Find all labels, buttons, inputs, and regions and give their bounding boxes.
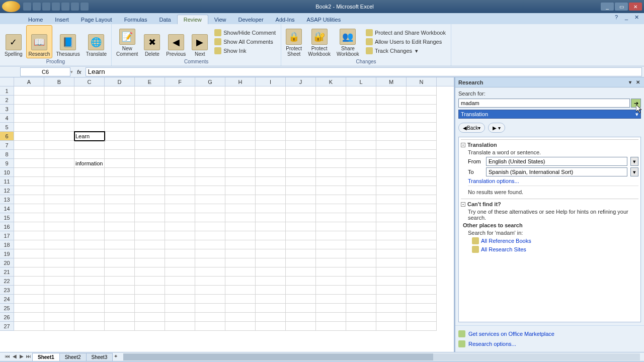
- cell-D24[interactable]: [105, 295, 135, 304]
- office-button[interactable]: [2, 1, 20, 12]
- cell-K9[interactable]: [316, 159, 346, 168]
- cell-G25[interactable]: [195, 304, 225, 313]
- ribbon-minimize-icon[interactable]: _: [623, 14, 630, 21]
- cell-C20[interactable]: [74, 258, 105, 267]
- cell-C19[interactable]: [74, 249, 105, 258]
- cell-A17[interactable]: [14, 231, 44, 240]
- cell-N5[interactable]: [407, 123, 437, 132]
- cell-L23[interactable]: [346, 286, 376, 295]
- cell-B12[interactable]: [44, 186, 74, 195]
- cell-C18[interactable]: [74, 240, 105, 249]
- cell-B21[interactable]: [44, 267, 74, 277]
- cell-A12[interactable]: [14, 186, 44, 195]
- cell-E2[interactable]: [135, 96, 165, 105]
- cell-H9[interactable]: [225, 159, 256, 168]
- col-header-E[interactable]: E: [135, 77, 165, 86]
- cell-I11[interactable]: [256, 177, 286, 186]
- collapse-icon-2[interactable]: -: [461, 202, 465, 207]
- cell-K11[interactable]: [316, 177, 346, 186]
- cell-K17[interactable]: [316, 231, 346, 240]
- cell-K1[interactable]: [316, 86, 346, 96]
- cell-J25[interactable]: [286, 304, 316, 313]
- cell-L25[interactable]: [346, 304, 376, 313]
- cell-D17[interactable]: [105, 231, 135, 240]
- cell-C2[interactable]: [74, 96, 105, 105]
- cell-A25[interactable]: [14, 304, 44, 313]
- cell-K26[interactable]: [316, 313, 346, 322]
- cell-K19[interactable]: [316, 249, 346, 258]
- cell-G15[interactable]: [195, 213, 225, 222]
- cell-A26[interactable]: [14, 313, 44, 322]
- cell-H16[interactable]: [225, 222, 256, 231]
- cell-C4[interactable]: [74, 114, 105, 123]
- cell-H19[interactable]: [225, 249, 256, 258]
- col-header-J[interactable]: J: [286, 77, 316, 86]
- cell-I15[interactable]: [256, 213, 286, 222]
- cell-F14[interactable]: [165, 204, 195, 213]
- cell-I16[interactable]: [256, 222, 286, 231]
- cell-J10[interactable]: [286, 168, 316, 177]
- cell-A3[interactable]: [14, 105, 44, 114]
- close-button[interactable]: ✕: [629, 3, 642, 11]
- cell-K8[interactable]: [316, 150, 346, 159]
- cell-E11[interactable]: [135, 177, 165, 186]
- cell-D5[interactable]: [105, 123, 135, 132]
- cell-F2[interactable]: [165, 96, 195, 105]
- cell-A10[interactable]: [14, 168, 44, 177]
- cell-I25[interactable]: [256, 304, 286, 313]
- cell-I5[interactable]: [256, 123, 286, 132]
- cell-H1[interactable]: [225, 86, 256, 96]
- select-all-corner[interactable]: [0, 77, 14, 86]
- qat-new-icon[interactable]: [52, 3, 60, 11]
- cell-J1[interactable]: [286, 86, 316, 96]
- cell-M27[interactable]: [376, 322, 407, 331]
- cell-K3[interactable]: [316, 105, 346, 114]
- cell-E4[interactable]: [135, 114, 165, 123]
- row-header-3[interactable]: 3: [0, 105, 14, 114]
- cell-E19[interactable]: [135, 249, 165, 258]
- qat-preview-icon[interactable]: [80, 3, 89, 11]
- row-header-11[interactable]: 11: [0, 177, 14, 186]
- cell-D8[interactable]: [105, 150, 135, 159]
- pane-menu-icon[interactable]: ▾: [627, 79, 633, 85]
- cell-L17[interactable]: [346, 231, 376, 240]
- help-icon[interactable]: ?: [613, 14, 620, 21]
- cell-A9[interactable]: [14, 159, 44, 168]
- cell-K23[interactable]: [316, 286, 346, 295]
- cell-L24[interactable]: [346, 295, 376, 304]
- cell-M20[interactable]: [376, 258, 407, 267]
- cell-C1[interactable]: [74, 86, 105, 96]
- cell-N9[interactable]: [407, 159, 437, 168]
- cell-F16[interactable]: [165, 222, 195, 231]
- search-input[interactable]: [458, 99, 630, 108]
- cell-C3[interactable]: [74, 105, 105, 114]
- cell-A7[interactable]: [14, 141, 44, 150]
- cell-M21[interactable]: [376, 267, 407, 277]
- cell-J6[interactable]: [286, 132, 316, 141]
- cell-I8[interactable]: [256, 150, 286, 159]
- cell-C6[interactable]: Learn: [74, 132, 105, 141]
- cell-L11[interactable]: [346, 177, 376, 186]
- row-header-21[interactable]: 21: [0, 267, 14, 277]
- cell-H3[interactable]: [225, 105, 256, 114]
- cell-E8[interactable]: [135, 150, 165, 159]
- cell-J19[interactable]: [286, 249, 316, 258]
- cell-I17[interactable]: [256, 231, 286, 240]
- cell-H6[interactable]: [225, 132, 256, 141]
- cell-I10[interactable]: [256, 168, 286, 177]
- cell-G18[interactable]: [195, 240, 225, 249]
- cell-F18[interactable]: [165, 240, 195, 249]
- cell-L26[interactable]: [346, 313, 376, 322]
- cell-B3[interactable]: [44, 105, 74, 114]
- cell-H24[interactable]: [225, 295, 256, 304]
- cell-K20[interactable]: [316, 258, 346, 267]
- row-header-17[interactable]: 17: [0, 231, 14, 240]
- cell-I3[interactable]: [256, 105, 286, 114]
- cell-F3[interactable]: [165, 105, 195, 114]
- cell-H14[interactable]: [225, 204, 256, 213]
- protect-sheet-button[interactable]: 🔒Protect Sheet: [283, 25, 304, 58]
- cell-H4[interactable]: [225, 114, 256, 123]
- cell-N10[interactable]: [407, 168, 437, 177]
- cell-N27[interactable]: [407, 322, 437, 331]
- cell-H21[interactable]: [225, 267, 256, 277]
